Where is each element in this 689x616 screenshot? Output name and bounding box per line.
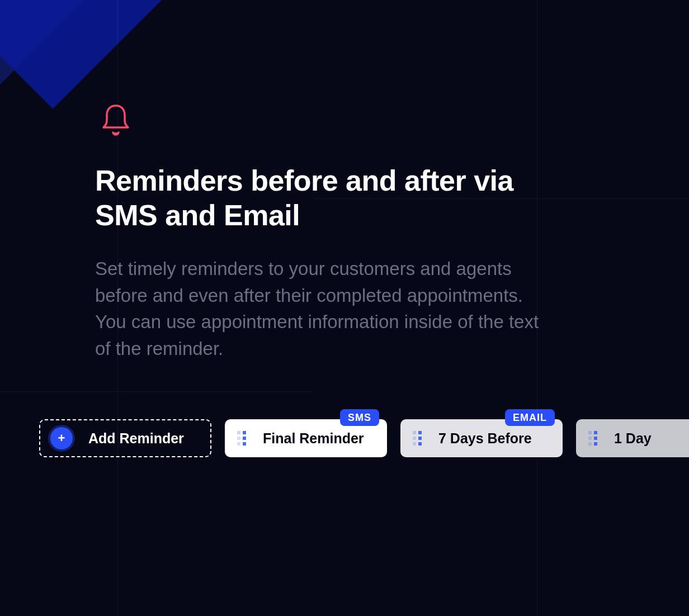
channel-badge: SMS <box>340 409 379 426</box>
drag-handle-icon[interactable] <box>413 431 422 446</box>
reminder-card[interactable]: EMAIL 7 Days Before <box>400 419 563 457</box>
reminder-label: 1 Day <box>614 430 652 447</box>
grid-line <box>0 391 313 392</box>
channel-badge: EMAIL <box>505 409 555 426</box>
reminder-label: Final Reminder <box>263 430 364 447</box>
reminders-row: + Add Reminder SMS Final Reminder EMAIL … <box>39 419 689 457</box>
reminder-card[interactable]: SMS Final Reminder <box>225 419 387 457</box>
plus-icon: + <box>50 427 73 449</box>
bell-icon <box>101 103 667 136</box>
reminder-card[interactable]: 1 Day <box>576 419 689 457</box>
add-reminder-label: Add Reminder <box>88 430 184 447</box>
drag-handle-icon[interactable] <box>237 431 246 446</box>
page-title: Reminders before and after via SMS and E… <box>95 163 520 233</box>
page-subtitle: Set timely reminders to your customers a… <box>95 255 542 362</box>
drag-handle-icon[interactable] <box>588 431 597 446</box>
add-reminder-button[interactable]: + Add Reminder <box>39 419 211 457</box>
reminder-label: 7 Days Before <box>438 430 532 447</box>
